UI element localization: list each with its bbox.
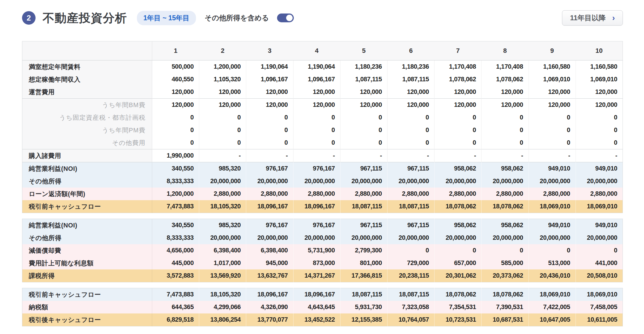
value-cell: 958,062: [435, 162, 482, 175]
value-cell: 2,799,300: [340, 244, 387, 257]
value-cell: -: [246, 149, 293, 162]
value-cell: 0: [152, 111, 199, 124]
value-cell: 0: [387, 124, 434, 136]
value-cell: 873,000: [293, 257, 340, 269]
value-cell: 8,333,333: [152, 175, 199, 188]
value-cell: 18,105,320: [199, 288, 246, 301]
value-cell: 0: [387, 111, 434, 124]
value-cell: 0: [482, 244, 529, 257]
row-label: うち年間BM費: [22, 99, 152, 112]
value-cell: 14,371,267: [293, 269, 340, 282]
value-cell: 20,000,000: [293, 175, 340, 188]
value-cell: -: [482, 149, 529, 162]
value-cell: 1,105,320: [199, 73, 246, 86]
value-cell: 20,000,000: [340, 175, 387, 188]
value-cell: 1,087,115: [387, 73, 434, 86]
value-cell: 0: [293, 136, 340, 149]
value-cell: 18,096,167: [293, 288, 340, 301]
row-label: 減価償却費: [22, 244, 152, 257]
table-row: 税引前キャッシュフロー7,473,88318,105,32018,096,167…: [22, 288, 623, 301]
value-cell: 5,931,730: [340, 301, 387, 313]
value-cell: 120,000: [482, 86, 529, 99]
value-cell: 0: [576, 136, 623, 149]
table-row: 税引後キャッシュフロー6,829,51813,806,25413,770,077…: [22, 313, 623, 326]
value-cell: 729,000: [387, 257, 434, 269]
value-cell: 6,829,518: [152, 313, 199, 326]
row-label: 純営業利益(NOI): [22, 219, 152, 232]
value-cell: 2,880,000: [246, 188, 293, 200]
value-cell: 20,000,000: [435, 175, 482, 188]
row-label: 納税額: [22, 301, 152, 313]
value-cell: 0: [387, 136, 434, 149]
row-label: 課税所得: [22, 269, 152, 282]
value-cell: 20,508,010: [576, 269, 623, 282]
value-cell: 20,000,000: [199, 175, 246, 188]
value-cell: 0: [246, 136, 293, 149]
value-cell: 18,078,062: [482, 200, 529, 213]
value-cell: 120,000: [482, 99, 529, 112]
value-cell: 4,643,645: [293, 301, 340, 313]
value-cell: 0: [387, 244, 434, 257]
value-cell: 1,200,000: [152, 188, 199, 200]
chevron-right-icon: ›: [612, 14, 615, 22]
value-cell: 0: [529, 244, 576, 257]
empty-header-cell: [22, 41, 152, 60]
next-years-button[interactable]: 11年目以降 ›: [562, 10, 623, 26]
value-cell: 120,000: [435, 99, 482, 112]
row-label: 税引前キャッシュフロー: [22, 200, 152, 213]
value-cell: 967,115: [387, 219, 434, 232]
value-cell: 0: [152, 124, 199, 136]
value-cell: 976,167: [246, 162, 293, 175]
value-cell: 120,000: [529, 86, 576, 99]
value-cell: 120,000: [576, 99, 623, 112]
value-cell: 2,880,000: [435, 188, 482, 200]
table-row: 費用計上可能な利息額445,0001,017,000945,000873,000…: [22, 257, 623, 269]
value-cell: 20,000,000: [482, 175, 529, 188]
value-cell: 120,000: [387, 86, 434, 99]
value-cell: 120,000: [293, 86, 340, 99]
value-cell: 1,078,062: [435, 73, 482, 86]
other-income-toggle[interactable]: [277, 14, 294, 22]
value-cell: 0: [529, 124, 576, 136]
row-label: 税引後キャッシュフロー: [22, 313, 152, 326]
value-cell: 120,000: [246, 86, 293, 99]
value-cell: -: [576, 149, 623, 162]
value-cell: 20,000,000: [529, 175, 576, 188]
value-cell: 1,170,408: [435, 60, 482, 73]
value-cell: 0: [199, 124, 246, 136]
year-column-header: 7: [435, 41, 482, 60]
year-header-row: 12345678910: [22, 41, 623, 60]
value-cell: 18,087,115: [340, 288, 387, 301]
year-column-header: 6: [387, 41, 434, 60]
next-years-button-label: 11年目以降: [570, 13, 606, 23]
real-estate-analysis-page: 2 不動産投資分析 1年目 ~ 15年目 その他所得を含める 11年目以降 › …: [0, 0, 644, 326]
value-cell: 18,087,115: [387, 288, 434, 301]
value-cell: 0: [199, 111, 246, 124]
table-row: うち年間PM費0000000000: [22, 124, 623, 136]
value-cell: 120,000: [152, 99, 199, 112]
value-cell: -: [387, 149, 434, 162]
value-cell: 585,000: [482, 257, 529, 269]
value-cell: 1,017,000: [199, 257, 246, 269]
value-cell: 7,422,005: [529, 301, 576, 313]
year-column-header: 2: [199, 41, 246, 60]
year-column-header: 4: [293, 41, 340, 60]
value-cell: 958,062: [482, 219, 529, 232]
value-cell: 20,000,000: [340, 232, 387, 244]
value-cell: 18,096,167: [246, 200, 293, 213]
value-cell: 0: [293, 111, 340, 124]
value-cell: 10,647,005: [529, 313, 576, 326]
row-label: その他所得: [22, 232, 152, 244]
other-income-toggle-label: その他所得を含める: [205, 13, 269, 23]
value-cell: -: [435, 149, 482, 162]
table-row: その他費用0000000000: [22, 136, 623, 149]
value-cell: 976,167: [293, 162, 340, 175]
value-cell: 958,062: [482, 162, 529, 175]
year-column-header: 8: [482, 41, 529, 60]
row-label: 純営業利益(NOI): [22, 162, 152, 175]
value-cell: 5,731,900: [293, 244, 340, 257]
value-cell: 976,167: [293, 219, 340, 232]
value-cell: 120,000: [435, 86, 482, 99]
value-cell: 1,190,064: [293, 60, 340, 73]
page-title: 不動産投資分析: [43, 10, 127, 26]
